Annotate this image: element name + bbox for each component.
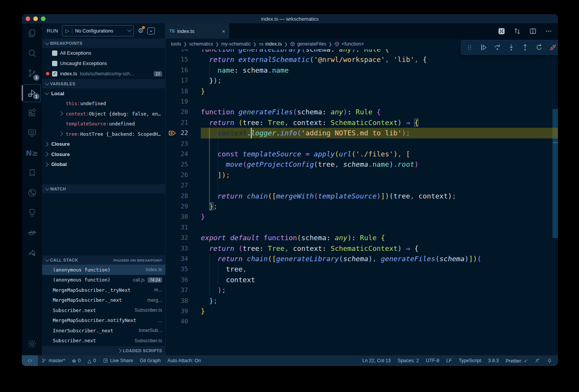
status-indentation[interactable]: Spaces: 2 [394,355,423,366]
status-auto-attach[interactable]: Auto Attach: On [164,355,205,366]
activity-bar-item-bookmarks[interactable] [23,163,41,183]
call-stack-section-header[interactable]: CALL STACK PAUSED ON BREAKPOINT [42,255,165,265]
scrollbar[interactable] [552,49,558,355]
status-live-share[interactable]: Live Share [99,355,137,366]
step-into-icon [507,43,516,52]
remote-indicator[interactable] [22,355,38,366]
status-prettier[interactable]: Prettier: ✓ [502,355,531,366]
line-number: 17 [166,75,188,86]
debug-settings-gear[interactable]: ⚙ [138,27,143,35]
status-eol[interactable]: LF [443,355,455,366]
disconnect-button[interactable] [548,42,558,53]
status-ts-version[interactable]: 3.8.3 [485,355,502,366]
activity-bar-item-gitlens[interactable] [23,183,41,203]
activity-bar-item-source-control[interactable]: 3 [23,63,41,83]
activity-bar-item-docker[interactable] [23,223,41,242]
activity-bar-item-remote-explorer[interactable] [23,123,41,143]
status-encoding[interactable]: UTF-8 [422,355,442,366]
variables-scope-row[interactable]: Closure [42,139,165,150]
step-out-button[interactable] [520,42,530,53]
scope-label: Closure [51,141,70,147]
loaded-scripts-section-header[interactable]: LOADED SCRIPTS [42,346,165,355]
call-stack-frame[interactable]: MergeMapSubscriber._tryNextm... [42,285,165,295]
activity-bar-item-run-and-debug[interactable]: 1 [23,84,41,102]
variable-row[interactable]: templateSource: undefined [42,119,165,129]
watch-section-header[interactable]: WATCH [42,184,165,194]
line-number: 19 [166,96,188,107]
remote-window-icon [27,358,33,364]
call-stack-frame[interactable]: Subscriber.nextSubscriber.ts [42,305,165,316]
status-errors[interactable]: ⊗0 [68,355,84,366]
drag-handle[interactable] [464,42,475,53]
variable-row[interactable]: tree: HostTree {_backend: ScopedH… [42,129,165,139]
open-changes-button[interactable] [498,27,506,35]
tab-index-ts[interactable]: TS index.ts × [166,23,229,39]
breadcrumb-item-index-ts[interactable]: TSindex.ts [259,41,282,47]
chevron-down-icon [45,81,49,85]
line-number: 34 [166,254,188,264]
status-branch[interactable]: master* [38,355,68,366]
variable-row[interactable]: context: Object {debug: false, en… [42,109,165,119]
close-tab-icon[interactable]: × [222,28,225,34]
breakpoint-row[interactable]: All Exceptions [42,48,165,58]
restart-button[interactable] [534,42,545,53]
variables-scope-row[interactable]: Local [42,88,165,99]
activity-bar-item-nx-console[interactable]: N≥ [23,143,41,163]
breakpoint-row[interactable]: Uncaught Exceptions [42,58,165,68]
breadcrumb-item-my-schematic[interactable]: my-schematic [221,41,250,47]
debug-console-icon[interactable]: ▸ [147,28,155,34]
split-editor-button[interactable] [529,27,537,35]
breadcrumb-item-schematics[interactable]: schematics [189,41,213,47]
breadcrumb-label: generateFiles [297,41,326,47]
breakpoint-dot-placeholder [46,51,49,55]
step-into-button[interactable] [506,42,517,53]
continue-button[interactable] [478,42,489,53]
code-text: name: schema.name [201,65,289,75]
more-icon [545,27,553,35]
launch-configuration-dropdown[interactable]: ▷ No Configurations [62,25,134,36]
variable-row[interactable]: this: undefined [42,99,165,109]
status-feedback[interactable] [531,355,543,366]
breakpoint-checkbox[interactable] [52,50,57,56]
breakpoint-line-badge: 22 [154,71,162,76]
step-over-button[interactable] [492,42,503,53]
compare-changes-button[interactable] [513,27,521,35]
breakpoint-checkbox[interactable]: ✓ [52,71,57,76]
start-debug-icon[interactable]: ▷ [65,28,69,33]
activity-bar-item-extensions[interactable] [23,103,41,123]
status-cursor-position[interactable]: Ln 22, Col 13 [359,355,394,366]
call-stack-frame[interactable]: MergeMapSubscriber._nextmerg... [42,295,165,306]
activity-bar-item-test-explorer[interactable] [23,203,41,223]
breakpoints-section-header[interactable]: BREAKPOINTS [42,38,165,48]
activity-bar-item-explorer[interactable] [23,23,41,43]
breakpoint-row[interactable]: ✓index.tstools/schematics/my-sch…22 [42,68,165,79]
scope-label: Global [51,161,67,167]
activity-bar-item-live-share[interactable] [23,242,41,262]
breakpoint-checkbox[interactable] [52,61,57,66]
status-language[interactable]: TypeScript [455,355,485,366]
variables-section-header[interactable]: VARIABLES [42,79,165,88]
frame-file: Subscriber.ts [135,338,162,343]
breadcrumb-item--function-[interactable]: <function> [334,41,364,47]
paused-breakpoint-icon[interactable] [169,128,177,138]
code-area[interactable]: 14function generateLibrary(schema: any):… [166,49,558,355]
call-stack-frame[interactable]: InnerSubscriber._nextInnerSub... [42,325,165,336]
code-text: } [201,86,205,96]
call-stack-frame[interactable]: (anonymous function)call.js74:24 [42,275,165,285]
status-warnings[interactable]: △0 [84,355,99,366]
status-label: Auto Attach: On [168,358,201,363]
more-actions-button[interactable] [545,27,553,35]
variables-scope-row[interactable]: Global [42,159,165,170]
frame-file: ... [158,318,162,323]
code-line-25: 25 move(getProjectConfig(tree, schema.na… [166,159,558,169]
call-stack-frame[interactable]: Subscriber.nextSubscriber.ts [42,336,165,346]
status-notifications[interactable] [543,355,556,366]
call-stack-frame[interactable]: (anonymous function)index.ts [42,265,165,275]
breadcrumb-item-generatefiles[interactable]: generateFiles [290,41,326,47]
variables-scope-row[interactable]: Closure [42,149,165,159]
breadcrumb-item-tools[interactable]: tools [171,41,181,47]
call-stack-frame[interactable]: MergeMapSubscriber.notifyNext... [42,316,165,326]
activity-bar-item-settings[interactable] [23,332,41,355]
status-git-graph[interactable]: Git Graph [137,355,164,366]
activity-bar-item-search[interactable] [23,43,41,63]
